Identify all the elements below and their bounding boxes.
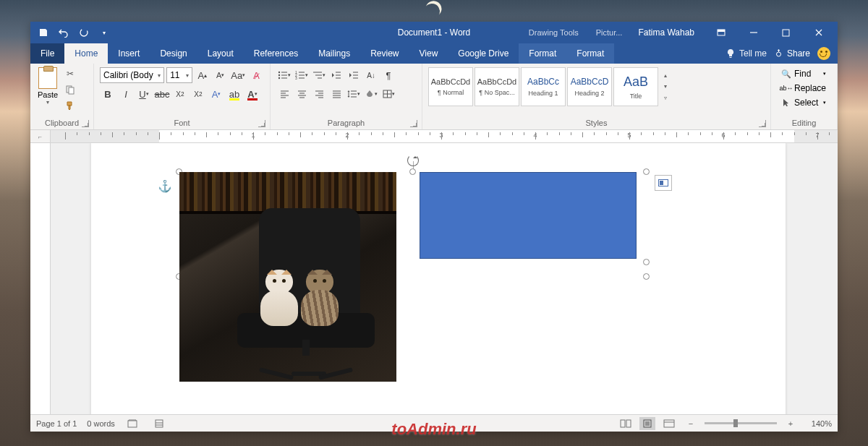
user-name[interactable]: Fatima Wahab: [634, 27, 699, 38]
subscript-button[interactable]: X2: [172, 86, 188, 102]
styles-scroll-up-icon[interactable]: ▴: [660, 72, 671, 80]
shading-icon[interactable]: ▾: [363, 86, 379, 102]
tab-view[interactable]: View: [409, 43, 448, 64]
maximize-icon[interactable]: [770, 22, 802, 43]
tell-me-search[interactable]: Tell me: [726, 48, 767, 59]
italic-button[interactable]: I: [118, 86, 134, 102]
format-painter-icon[interactable]: [64, 99, 77, 112]
style-no-spacing[interactable]: AaBbCcDd¶ No Spac...: [475, 67, 519, 106]
tab-mailings[interactable]: Mailings: [308, 43, 360, 64]
shrink-font-icon[interactable]: A▾: [213, 67, 229, 83]
line-spacing-icon[interactable]: ▾: [346, 86, 362, 102]
save-icon[interactable]: [38, 27, 49, 38]
ribbon-display-options-icon[interactable]: [705, 22, 737, 43]
resize-handle-n[interactable]: [409, 168, 416, 175]
select-button[interactable]: Select ▾: [778, 96, 829, 109]
style-heading-2[interactable]: AaBbCcDHeading 2: [567, 67, 612, 106]
multilevel-list-icon[interactable]: ▾: [311, 67, 327, 83]
read-mode-icon[interactable]: [618, 417, 634, 430]
minimize-icon[interactable]: [737, 22, 770, 43]
style-heading-1[interactable]: AaBbCcHeading 1: [521, 67, 566, 106]
underline-button[interactable]: U▾: [136, 86, 152, 102]
qat-customize-icon[interactable]: ▾: [98, 27, 110, 38]
tab-google-drive[interactable]: Google Drive: [448, 43, 519, 64]
cut-icon[interactable]: ✂: [64, 67, 77, 80]
zoom-out-icon[interactable]: −: [683, 417, 699, 430]
borders-icon[interactable]: ▾: [380, 86, 396, 102]
styles-launcher-icon[interactable]: [759, 120, 766, 127]
paragraph-launcher-icon[interactable]: [410, 120, 417, 127]
selected-group[interactable]: ⚓: [179, 172, 646, 382]
align-center-icon[interactable]: [294, 86, 310, 102]
find-button[interactable]: 🔍 Find ▾: [778, 67, 829, 80]
font-launcher-icon[interactable]: [258, 120, 265, 127]
layout-options-icon[interactable]: [655, 175, 672, 191]
increase-indent-icon[interactable]: [346, 67, 362, 83]
resize-handle-e2[interactable]: [643, 259, 650, 265]
document-title: Document1 - Word: [398, 27, 470, 38]
numbering-icon[interactable]: 123▾: [294, 67, 310, 83]
strikethrough-button[interactable]: abc: [154, 86, 170, 102]
bold-button[interactable]: B: [100, 86, 116, 102]
resize-handle-ne[interactable]: [643, 168, 650, 175]
resize-handle-e[interactable]: [643, 273, 650, 280]
vertical-ruler[interactable]: [30, 143, 51, 414]
tab-format-drawing[interactable]: Format: [519, 43, 566, 64]
tab-design[interactable]: Design: [150, 43, 197, 64]
tab-file[interactable]: File: [30, 43, 64, 64]
tab-format-picture[interactable]: Format: [566, 43, 614, 64]
page-indicator[interactable]: Page 1 of 1: [36, 419, 77, 428]
align-right-icon[interactable]: [311, 86, 327, 102]
style-normal[interactable]: AaBbCcDd¶ Normal: [428, 67, 473, 106]
zoom-level[interactable]: 140%: [804, 419, 832, 428]
text-effects-icon[interactable]: A▾: [208, 86, 224, 102]
paste-button[interactable]: Paste ▾: [35, 66, 61, 107]
zoom-slider[interactable]: [705, 422, 777, 424]
show-marks-icon[interactable]: ¶: [380, 67, 396, 83]
highlight-color-icon[interactable]: ab: [226, 86, 242, 102]
decrease-indent-icon[interactable]: [328, 67, 344, 83]
font-size-combo[interactable]: 11 ▾: [166, 67, 192, 83]
page-viewport[interactable]: ⚓: [51, 143, 838, 414]
clear-formatting-icon[interactable]: A̷: [248, 67, 264, 83]
tab-insert[interactable]: Insert: [108, 43, 150, 64]
style-title[interactable]: AaBTitle: [613, 67, 658, 106]
font-color-icon[interactable]: A▾: [244, 86, 260, 102]
zoom-in-icon[interactable]: +: [783, 417, 799, 430]
redo-icon[interactable]: [78, 27, 90, 38]
horizontal-ruler[interactable]: 1234567: [51, 130, 838, 143]
font-name-combo[interactable]: Calibri (Body ▾: [100, 67, 164, 83]
styles-expand-icon[interactable]: ▿: [660, 93, 671, 102]
word-count[interactable]: 0 words: [87, 419, 115, 428]
document-page[interactable]: ⚓: [91, 143, 786, 414]
close-icon[interactable]: [802, 22, 835, 43]
bullets-icon[interactable]: ▾: [276, 67, 292, 83]
macro-icon[interactable]: [151, 417, 167, 430]
rotate-handle-icon[interactable]: [407, 155, 419, 166]
change-case-icon[interactable]: Aa▾: [230, 67, 246, 83]
web-layout-icon[interactable]: [661, 417, 677, 430]
tab-home[interactable]: Home: [64, 43, 108, 64]
undo-icon[interactable]: [58, 27, 69, 38]
superscript-button[interactable]: X2: [190, 86, 206, 102]
inserted-picture[interactable]: [179, 172, 396, 382]
tab-references[interactable]: References: [244, 43, 308, 64]
justify-icon[interactable]: [328, 86, 344, 102]
sort-icon[interactable]: A↓: [363, 67, 379, 83]
copy-icon[interactable]: [64, 83, 77, 96]
print-layout-icon[interactable]: [639, 417, 655, 430]
replace-button[interactable]: ab↔ Replace: [778, 82, 829, 95]
clipboard-launcher-icon[interactable]: [82, 120, 89, 127]
grow-font-icon[interactable]: A▴: [195, 67, 210, 83]
zoom-slider-thumb[interactable]: [733, 419, 738, 427]
align-left-icon[interactable]: [276, 86, 292, 102]
feedback-smiley-icon[interactable]: [817, 47, 830, 60]
cat-white: [260, 270, 298, 326]
rectangle-shape[interactable]: [420, 172, 637, 259]
ruler-corner[interactable]: ⌐: [30, 130, 51, 143]
share-button[interactable]: Share: [774, 48, 810, 59]
styles-scroll-down-icon[interactable]: ▾: [660, 82, 671, 91]
spelling-icon[interactable]: [125, 417, 141, 430]
tab-layout[interactable]: Layout: [197, 43, 244, 64]
tab-review[interactable]: Review: [360, 43, 409, 64]
